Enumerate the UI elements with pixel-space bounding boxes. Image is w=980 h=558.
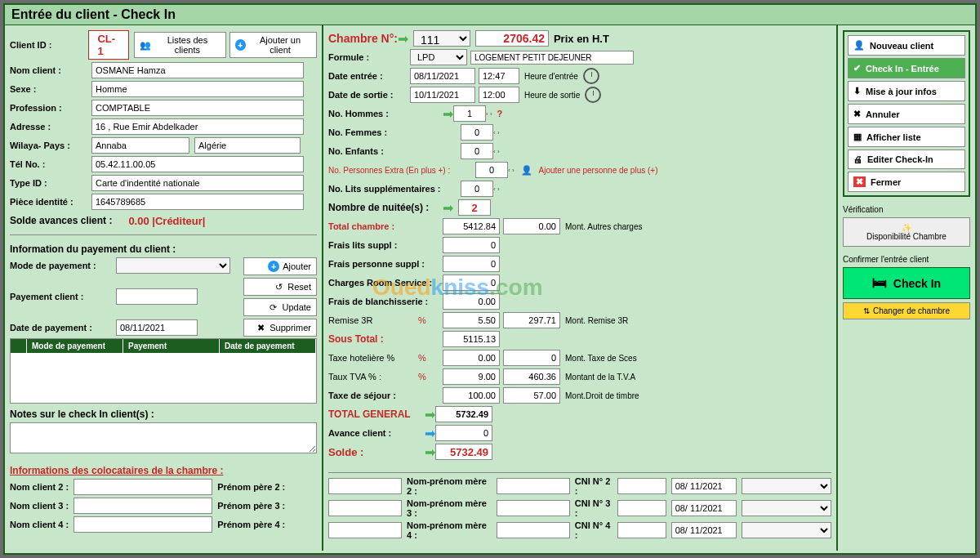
coloc-date-input[interactable] xyxy=(671,522,737,538)
autres-input[interactable] xyxy=(503,218,560,234)
date-in-input[interactable] xyxy=(410,68,475,84)
plus-icon: + xyxy=(235,39,246,51)
coloc-pere-input[interactable] xyxy=(328,522,402,538)
sejour-val-input[interactable] xyxy=(503,387,560,404)
taxe-hot-hint: Mont. Taxe de Sces xyxy=(565,354,637,363)
annuler-button[interactable]: ✖Annuler xyxy=(848,104,965,124)
piece-input[interactable] xyxy=(91,194,304,210)
changer-chambre-button[interactable]: ⇅Changer de chambre xyxy=(843,302,970,319)
taxe-hot-input[interactable] xyxy=(443,350,500,366)
total-gen-input[interactable] xyxy=(435,406,492,422)
femmes-input[interactable] xyxy=(461,124,493,141)
coloc-select[interactable] xyxy=(742,500,831,516)
pay-add-button[interactable]: +Ajouter xyxy=(243,257,317,275)
nouveau-client-button[interactable]: 👤Nouveau client xyxy=(848,35,965,56)
notes-textarea[interactable] xyxy=(10,422,317,453)
coloc-select[interactable] xyxy=(742,522,831,538)
coloc-date-input[interactable] xyxy=(671,500,737,516)
add-client-button[interactable]: + Ajouter un client xyxy=(229,32,317,58)
time-in-input[interactable] xyxy=(479,68,519,84)
coloc-nom-input[interactable] xyxy=(74,479,212,495)
sexe-input[interactable] xyxy=(91,81,304,97)
check-icon: ✔ xyxy=(853,63,861,74)
magic-wand-icon: ✨ xyxy=(849,223,964,232)
coloc-date-input[interactable] xyxy=(671,478,737,494)
extra-input[interactable] xyxy=(475,162,508,178)
spinner[interactable]: ‹ › xyxy=(493,185,500,193)
prix-label: Prix en H.T xyxy=(554,33,609,45)
editer-button[interactable]: 🖨Editer Check-In xyxy=(848,150,965,169)
coloc-mere-input[interactable] xyxy=(497,478,570,494)
nuits-input[interactable] xyxy=(458,199,491,216)
adr-input[interactable] xyxy=(91,118,304,135)
checkin-button[interactable]: 🛏Check In xyxy=(843,267,970,299)
list-clients-button[interactable]: 👥 Listes des clients xyxy=(134,32,225,58)
remise-pct-input[interactable] xyxy=(443,312,500,328)
avance-input[interactable] xyxy=(435,425,492,441)
blanch-input[interactable] xyxy=(443,293,500,310)
pays-input[interactable] xyxy=(194,137,301,154)
formule-select[interactable]: LPD xyxy=(410,49,467,65)
tel-input[interactable] xyxy=(91,156,304,172)
coloc-nom-input[interactable] xyxy=(74,516,212,533)
nom-input[interactable] xyxy=(91,62,304,78)
soustotal-input[interactable] xyxy=(443,331,500,347)
date-out-input[interactable] xyxy=(410,87,475,103)
remise-hint: Mont. Remise 3R xyxy=(565,316,628,325)
enfants-input[interactable] xyxy=(461,143,493,159)
afficher-liste-button[interactable]: ▦Afficher liste xyxy=(848,127,965,147)
spinner[interactable]: ‹ › xyxy=(493,148,500,155)
tva-input[interactable] xyxy=(443,368,500,385)
pay-client-input[interactable] xyxy=(116,288,198,305)
remise-val-input[interactable] xyxy=(503,312,560,328)
lits-input[interactable] xyxy=(461,181,493,197)
solde-av-value: 0.00 |Créditeur| xyxy=(128,215,205,227)
solde-av-label: Solde avances client : xyxy=(10,215,112,226)
spinner[interactable]: ‹ › xyxy=(508,167,514,174)
wilaya-input[interactable] xyxy=(91,137,189,154)
nuits-label: Nombre de nuitée(s) : xyxy=(328,202,443,213)
time-out-input[interactable] xyxy=(479,87,519,103)
coloc-cni-input[interactable] xyxy=(617,478,666,494)
total-ch-input[interactable] xyxy=(443,218,500,234)
notes-label: Notes sur le check In client(s) : xyxy=(10,408,317,420)
room-svc-input[interactable] xyxy=(443,275,500,291)
coloc-select[interactable] xyxy=(742,478,831,494)
spinner[interactable]: ‹ › xyxy=(493,129,500,136)
tel-label: Tél No. : xyxy=(10,159,91,169)
coloc-nom-input[interactable] xyxy=(74,498,212,514)
frais-lits-input[interactable] xyxy=(443,237,500,253)
tva-val-input[interactable] xyxy=(503,368,560,385)
hommes-input[interactable] xyxy=(453,105,486,122)
pay-update-button[interactable]: ⟳Update xyxy=(243,298,317,316)
typeid-input[interactable] xyxy=(91,175,304,191)
coloc-mere-input[interactable] xyxy=(497,500,570,516)
prix-input[interactable] xyxy=(475,30,549,47)
tva-hint: Montant de la T.V.A xyxy=(565,373,635,382)
verif-label: Vérification xyxy=(843,205,970,214)
coloc-mere-input[interactable] xyxy=(497,522,570,538)
fermer-button[interactable]: ✖Fermer xyxy=(848,172,965,192)
close-icon: ✖ xyxy=(853,176,866,187)
frais-pers-input[interactable] xyxy=(443,256,500,272)
coloc-pere-input[interactable] xyxy=(328,500,402,516)
coloc-cni-input[interactable] xyxy=(617,500,666,516)
dispo-button[interactable]: ✨ Disponibilité Chambre xyxy=(843,217,970,247)
coloc-pere-input[interactable] xyxy=(328,478,402,494)
sejour-input[interactable] xyxy=(443,387,500,404)
spinner[interactable]: ‹ › xyxy=(486,110,492,118)
clock-icon xyxy=(585,87,601,103)
pay-date-input[interactable] xyxy=(116,319,198,336)
taxe-hot-val-input[interactable] xyxy=(503,350,560,366)
pay-delete-button[interactable]: ✖Supprimer xyxy=(243,319,317,337)
solde-input[interactable] xyxy=(435,444,492,460)
checkin-entree-button[interactable]: ✔Check In - Entrée xyxy=(848,58,965,78)
mode-select[interactable] xyxy=(116,257,230,274)
pay-reset-button[interactable]: ↺Reset xyxy=(243,278,317,296)
coloc-cni-input[interactable] xyxy=(617,522,666,538)
soustotal-label: Sous Total : xyxy=(328,333,443,345)
maj-button[interactable]: ⬇Mise à jour infos xyxy=(848,81,965,101)
prof-input[interactable] xyxy=(91,100,304,116)
chambre-select[interactable]: 111 xyxy=(413,30,470,47)
pay-date-label: Date de payement : xyxy=(10,323,116,333)
